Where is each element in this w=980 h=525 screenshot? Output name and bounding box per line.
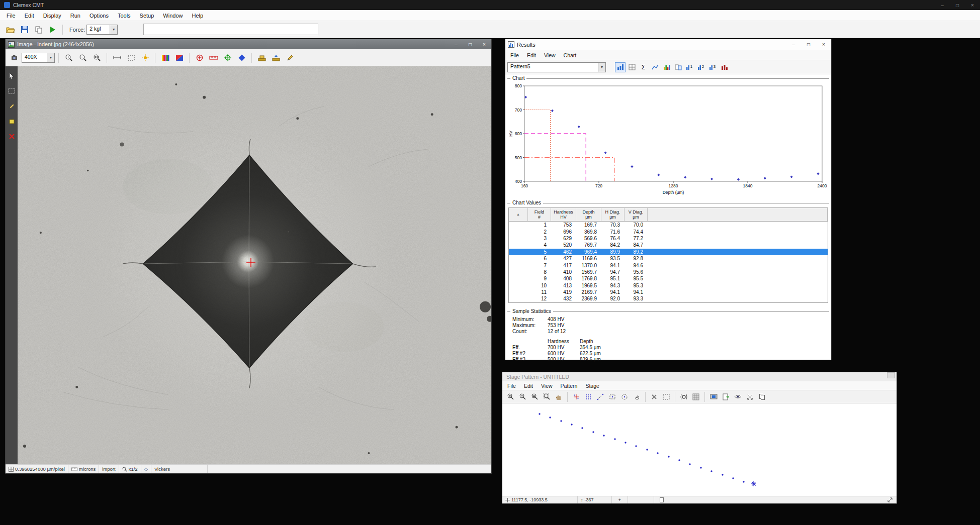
image-close-button[interactable]: × xyxy=(477,39,491,49)
zoom-in-button[interactable] xyxy=(62,51,75,64)
hardness-chart[interactable]: 400500600700800160720128018402400Depth (… xyxy=(508,83,828,196)
ring-light-button[interactable] xyxy=(678,392,689,402)
stage-close-button[interactable] xyxy=(887,372,895,378)
cut-button[interactable] xyxy=(744,392,755,402)
column-header-hardness[interactable]: HardnessHV xyxy=(551,208,576,221)
chart-window1-button[interactable]: 1 xyxy=(684,62,695,72)
app-close-button[interactable]: × xyxy=(965,0,980,10)
add-point-button[interactable] xyxy=(571,392,582,402)
select-tool-button[interactable] xyxy=(7,86,16,95)
rect-pattern-button[interactable] xyxy=(607,392,618,402)
duplicate-button[interactable] xyxy=(756,392,767,402)
stage-menu-edit[interactable]: Edit xyxy=(520,383,537,389)
palette-button[interactable] xyxy=(159,51,171,64)
table-row[interactable]: 1753169.770.370.0 xyxy=(509,222,828,228)
copy-button[interactable] xyxy=(32,23,45,36)
table-row[interactable]: 64271169.693.592.8 xyxy=(509,255,828,262)
stage-zoom-fit-button[interactable] xyxy=(541,392,552,402)
grid-pattern-button[interactable] xyxy=(583,392,594,402)
sort-header-cell[interactable]: ▲ xyxy=(509,208,528,221)
micrograph-canvas[interactable] xyxy=(18,66,491,464)
column-header-field[interactable]: Field# xyxy=(528,208,551,221)
app-menu-tools[interactable]: Tools xyxy=(113,13,135,19)
open-file-button[interactable] xyxy=(4,23,17,36)
app-menu-setup[interactable]: Setup xyxy=(135,13,159,19)
delete-point-button[interactable] xyxy=(649,392,660,402)
table-row[interactable]: 84101569.794.795.6 xyxy=(509,269,828,275)
table-row[interactable]: 2696369.871.674.4 xyxy=(509,228,828,235)
magnification-select[interactable]: 400X ▼ xyxy=(22,53,55,63)
table-row[interactable]: 104131969.594.395.3 xyxy=(509,282,828,289)
stage-canvas[interactable] xyxy=(502,403,897,496)
results-menu-chart[interactable]: Chart xyxy=(560,52,581,58)
results-minimize-button[interactable]: – xyxy=(786,39,801,50)
app-menu-display[interactable]: Display xyxy=(39,13,66,19)
stage-menu-pattern[interactable]: Pattern xyxy=(557,383,582,389)
app-menu-help[interactable]: Help xyxy=(187,13,208,19)
chart-export-button[interactable] xyxy=(719,62,730,72)
force-select[interactable]: 2 kgf ▼ xyxy=(86,25,118,35)
spiral-pattern-button[interactable] xyxy=(631,392,642,402)
pointer-tool-button[interactable] xyxy=(7,71,16,80)
results-close-button[interactable]: × xyxy=(816,39,831,50)
select-points-button[interactable] xyxy=(661,392,672,402)
run-button[interactable] xyxy=(46,23,59,36)
select-region-button[interactable] xyxy=(125,51,137,64)
table-row[interactable]: 94081769.895.195.5 xyxy=(509,275,828,282)
table-row[interactable]: 3629569.676.477.2 xyxy=(509,235,828,242)
export-report-button[interactable] xyxy=(720,392,731,402)
draw-tool-button[interactable] xyxy=(7,101,16,111)
app-menu-run[interactable]: Run xyxy=(66,13,85,19)
column-header-vdiag[interactable]: V Diag.µm xyxy=(625,208,648,221)
layers-button[interactable] xyxy=(732,392,743,402)
app-menu-options[interactable]: Options xyxy=(85,13,113,19)
stage-menu-view[interactable]: View xyxy=(537,383,557,389)
matrix-button[interactable] xyxy=(690,392,701,402)
chart-sum-button[interactable]: Σ xyxy=(638,62,649,72)
column-header-hdiag[interactable]: H Diag.µm xyxy=(601,208,625,221)
chart-window3-button[interactable]: 3 xyxy=(707,62,718,72)
pattern-select[interactable]: Pattern5 ▼ xyxy=(507,62,606,72)
marker-tool-button[interactable] xyxy=(7,117,16,126)
chart-window2-button[interactable]: 2 xyxy=(696,62,706,72)
stage-calibrate-button[interactable] xyxy=(255,51,268,64)
stage-move-button[interactable] xyxy=(270,51,282,64)
save-button[interactable] xyxy=(18,23,31,36)
ruler-button[interactable] xyxy=(207,51,220,64)
table-row[interactable]: 4520769.784.284.7 xyxy=(509,242,828,248)
stage-menu-file[interactable]: File xyxy=(503,383,520,389)
image-minimize-button[interactable]: – xyxy=(449,39,463,49)
stage-zoom-in-button[interactable] xyxy=(505,392,516,402)
results-menu-file[interactable]: File xyxy=(506,52,523,58)
results-menu-edit[interactable]: Edit xyxy=(523,52,540,58)
bitonal-button[interactable] xyxy=(173,51,186,64)
stage-pan-button[interactable] xyxy=(553,392,564,402)
brightness-button[interactable] xyxy=(139,51,151,64)
stage-chip-button[interactable] xyxy=(708,392,719,402)
zoom-fit-button[interactable] xyxy=(91,51,103,64)
chart-curve-button[interactable] xyxy=(650,62,660,72)
table-row[interactable]: 74171370.094.194.6 xyxy=(509,262,828,268)
command-input[interactable] xyxy=(143,24,318,35)
chart-overlay-button[interactable] xyxy=(673,62,683,72)
add-indent-button[interactable] xyxy=(193,51,206,64)
results-menu-view[interactable]: View xyxy=(540,52,560,58)
circle-pattern-button[interactable] xyxy=(619,392,630,402)
annotate-button[interactable] xyxy=(284,51,296,64)
table-row[interactable]: 5462969.489.989.2 xyxy=(509,249,828,255)
app-menu-file[interactable]: File xyxy=(2,13,20,19)
chart-table-button[interactable] xyxy=(627,62,637,72)
app-menu-window[interactable]: Window xyxy=(158,13,187,19)
stage-menu-stage[interactable]: Stage xyxy=(581,383,603,389)
image-maximize-button[interactable]: □ xyxy=(463,39,477,49)
table-row[interactable]: 114192169.794.194.1 xyxy=(509,289,828,295)
stage-zoom-out-button[interactable] xyxy=(517,392,528,402)
target-button[interactable] xyxy=(221,51,234,64)
indent-diamond-button[interactable] xyxy=(235,51,248,64)
line-pattern-button[interactable] xyxy=(595,392,606,402)
stage-zoom-window-button[interactable] xyxy=(529,392,540,402)
table-row[interactable]: 124322369.992.093.3 xyxy=(509,295,828,302)
results-maximize-button[interactable]: □ xyxy=(801,39,816,50)
chart-histogram-button[interactable] xyxy=(615,62,626,72)
app-minimize-button[interactable]: – xyxy=(935,0,950,10)
